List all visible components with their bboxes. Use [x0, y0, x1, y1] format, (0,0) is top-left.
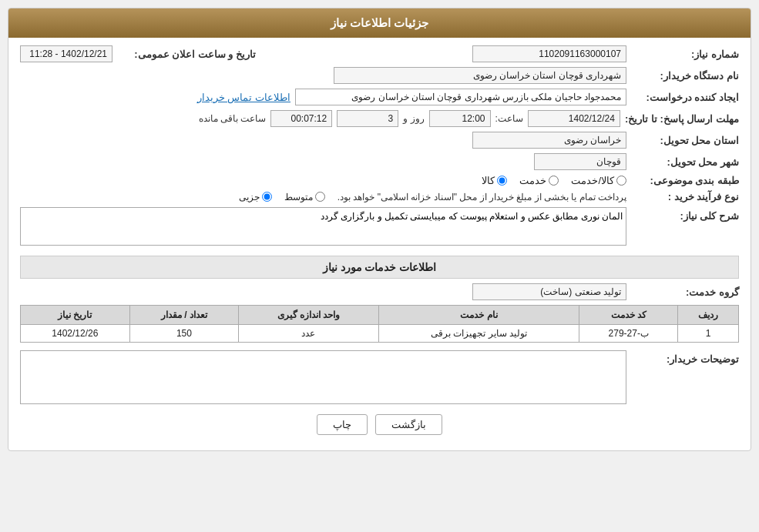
- purchase-option-jozee: جزیی: [239, 192, 272, 202]
- print-button[interactable]: چاپ: [317, 414, 368, 435]
- purchase-option-motavasseth: متوسط: [284, 192, 325, 202]
- reply-date-value: 1402/12/24: [528, 110, 620, 127]
- province-label: استان محل تحویل:: [631, 135, 739, 146]
- remaining-label: ساعت باقی مانده: [199, 113, 267, 124]
- main-card: جزئیات اطلاعات نیاز شماره نیاز: 11020911…: [8, 8, 751, 451]
- service-group-row: گروه خدمت: تولید صنعتی (ساخت): [20, 283, 739, 300]
- buyer-notes-row: توضیحات خریدار:: [20, 350, 739, 407]
- col-name: نام خدمت: [378, 306, 579, 325]
- reply-deadline-label: مهلت ارسال پاسخ: تا تاریخ:: [625, 113, 739, 125]
- requester-label: ایجاد کننده درخواست:: [631, 92, 739, 103]
- purchase-type-label: نوع فرآیند خرید :: [631, 191, 739, 202]
- purchase-label-jozee: جزیی: [239, 192, 260, 202]
- city-value: قوچان: [534, 153, 626, 170]
- province-value: خراسان رضوی: [472, 132, 626, 149]
- city-label: شهر محل تحویل:: [631, 156, 739, 168]
- announce-datetime-label: تاریخ و ساعت اعلان عمومی:: [117, 49, 256, 60]
- page-title: جزئیات اطلاعات نیاز: [331, 16, 428, 29]
- purchase-radio-motavasseth[interactable]: [315, 192, 325, 202]
- back-button[interactable]: بازگشت: [375, 414, 442, 435]
- announce-datetime-value: 1402/12/21 - 11:28: [20, 45, 113, 62]
- category-radio-kala-khedmat[interactable]: [616, 176, 626, 186]
- category-label-kala: کالا: [482, 175, 495, 186]
- purchase-type-text: پرداخت تمام یا بخشی از مبلغ خریدار از مح…: [338, 192, 626, 202]
- contact-link[interactable]: اطلاعات تماس خریدار: [197, 92, 291, 103]
- col-date: تاریخ نیاز: [21, 306, 130, 325]
- category-option-kala: کالا: [482, 175, 507, 186]
- need-number-label: شماره نیاز:: [631, 49, 739, 60]
- reply-days-label: روز و: [403, 113, 424, 124]
- col-unit: واحد اندازه گیری: [239, 306, 378, 325]
- buyer-org-row: نام دستگاه خریدار: شهرداری قوچان استان خ…: [20, 67, 739, 84]
- need-number-value: 1102091163000107: [472, 45, 626, 62]
- reply-time-label: ساعت:: [495, 113, 523, 124]
- reply-time-value: 12:00: [429, 110, 491, 127]
- city-row: شهر محل تحویل: قوچان: [20, 153, 739, 170]
- buyer-org-value: شهرداری قوچان استان خراسان رضوی: [334, 67, 626, 84]
- col-row: ردیف: [677, 306, 738, 325]
- need-number-row: شماره نیاز: 1102091163000107 تاریخ و ساع…: [20, 45, 739, 62]
- category-radio-khedmat[interactable]: [549, 176, 559, 186]
- service-group-value: تولید صنعتی (ساخت): [472, 283, 626, 300]
- card-body: شماره نیاز: 1102091163000107 تاریخ و ساع…: [8, 38, 751, 450]
- reply-days-value: 3: [337, 110, 398, 127]
- button-row: بازگشت چاپ: [20, 414, 739, 435]
- purchase-radio-jozee[interactable]: [262, 192, 272, 202]
- category-row: طبقه بندی موضوعی: کالا/خدمت خدمت کالا: [20, 175, 739, 186]
- buyer-org-label: نام دستگاه خریدار:: [631, 70, 739, 82]
- card-header: جزئیات اطلاعات نیاز: [8, 8, 751, 38]
- description-label: شرح کلی نیاز:: [631, 210, 739, 222]
- reply-deadline-row: مهلت ارسال پاسخ: تا تاریخ: 1402/12/24 سا…: [20, 110, 739, 127]
- requester-value: محمدجواد حاجیان ملکی بازرس شهرداری قوچان…: [295, 89, 626, 105]
- col-code: کد خدمت: [579, 306, 678, 325]
- services-section-header: اطلاعات خدمات مورد نیاز: [20, 256, 739, 279]
- services-table: ردیف کد خدمت نام خدمت واحد اندازه گیری ت…: [20, 305, 739, 343]
- description-textarea[interactable]: [20, 207, 626, 246]
- page-wrapper: جزئیات اطلاعات نیاز شماره نیاز: 11020911…: [0, 0, 759, 532]
- category-option-khedmat: خدمت: [519, 175, 559, 186]
- province-row: استان محل تحویل: خراسان رضوی: [20, 132, 739, 149]
- category-label: طبقه بندی موضوعی:: [631, 175, 739, 186]
- category-radio-kala[interactable]: [497, 176, 507, 186]
- requester-row: ایجاد کننده درخواست: محمدجواد حاجیان ملک…: [20, 89, 739, 105]
- purchase-type-row: نوع فرآیند خرید : پرداخت تمام یا بخشی از…: [20, 191, 739, 202]
- purchase-options: پرداخت تمام یا بخشی از مبلغ خریدار از مح…: [239, 192, 626, 202]
- remaining-value: 00:07:12: [270, 110, 332, 127]
- category-option-kala-khedmat: کالا/خدمت: [571, 175, 626, 186]
- description-row: شرح کلی نیاز:: [20, 207, 739, 248]
- col-qty: تعداد / مقدار: [129, 306, 239, 325]
- category-radio-group: کالا/خدمت خدمت کالا: [482, 175, 626, 186]
- category-label-kala-khedmat: کالا/خدمت: [571, 175, 614, 186]
- category-label-khedmat: خدمت: [519, 175, 546, 186]
- purchase-label-motavasseth: متوسط: [284, 192, 313, 202]
- buyer-notes-label: توضیحات خریدار:: [631, 353, 739, 365]
- buyer-notes-textarea[interactable]: [20, 350, 626, 404]
- service-group-label: گروه خدمت:: [631, 286, 739, 298]
- table-row: 1ب-27-279تولید سایر تجهیزات برقیعدد15014…: [21, 325, 739, 343]
